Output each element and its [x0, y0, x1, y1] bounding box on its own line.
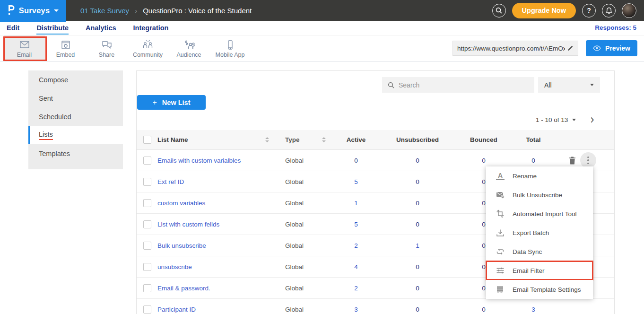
new-list-button[interactable]: + New List: [137, 95, 206, 110]
row-checkbox[interactable]: [143, 305, 151, 314]
mobile-app-icon: [224, 40, 236, 50]
sidebar-item-scheduled[interactable]: Scheduled: [28, 107, 123, 126]
channel-share[interactable]: Share: [86, 35, 127, 61]
sort-type-icon[interactable]: [322, 137, 326, 142]
active-count: 1: [332, 200, 380, 207]
table-row: Participant ID Global 3 0 0 3: [137, 299, 614, 314]
list-type: Global: [285, 157, 304, 164]
list-type: Global: [285, 285, 304, 292]
tab-distribute[interactable]: Distribute: [36, 24, 69, 35]
responses-count[interactable]: Responses: 5: [595, 24, 636, 31]
eye-icon: [593, 45, 601, 51]
next-page-button[interactable]: ›: [590, 114, 598, 125]
list-name-link[interactable]: custom variables: [157, 200, 205, 207]
list-name-link[interactable]: unsubscribe: [157, 263, 192, 270]
page-range-label: 1 - 10 of 13: [536, 116, 568, 123]
channel-mobile-app[interactable]: Mobile App: [209, 35, 251, 61]
sort-list-name-icon[interactable]: [265, 137, 269, 142]
row-checkbox[interactable]: [143, 284, 151, 292]
help-button[interactable]: ?: [582, 4, 596, 17]
menu-item-rename[interactable]: A Rename: [486, 166, 593, 185]
menu-item-bulk-unsubscribe[interactable]: Bulk Unsubscribe: [486, 185, 593, 204]
tab-integration[interactable]: Integration: [133, 24, 169, 34]
tab-edit[interactable]: Edit: [7, 24, 19, 34]
list-name-link[interactable]: List with custom feilds: [157, 221, 219, 228]
menu-item-data-sync[interactable]: Data Sync: [486, 242, 593, 261]
header-type[interactable]: Type: [285, 136, 300, 143]
user-avatar[interactable]: [622, 3, 636, 18]
trash-icon: [569, 157, 576, 165]
channel-community[interactable]: Community: [127, 35, 168, 61]
list-type: Global: [285, 221, 304, 228]
list-search-box: [382, 77, 534, 93]
unsubscribed-count: 0: [380, 157, 455, 164]
list-name-link[interactable]: Email & password.: [157, 285, 210, 292]
upgrade-now-button[interactable]: Upgrade Now: [512, 3, 576, 18]
survey-url-input[interactable]: [457, 45, 565, 52]
product-name: Surveys: [19, 6, 50, 15]
search-button[interactable]: [492, 4, 506, 17]
email-sidebar: Compose Sent Scheduled Lists Templates: [28, 70, 123, 169]
notifications-button[interactable]: [602, 4, 616, 17]
menu-item-email-template-settings[interactable]: Email Template Settings: [486, 280, 593, 299]
channel-label: Share: [99, 52, 114, 58]
menu-item-automated-import-tool[interactable]: Automated Import Tool: [486, 204, 593, 223]
active-count: 3: [332, 306, 380, 313]
bounced-count: 0: [455, 306, 512, 313]
list-type-filter[interactable]: All: [538, 77, 600, 93]
active-count: 5: [332, 178, 380, 185]
sidebar-item-lists[interactable]: Lists: [28, 126, 123, 144]
total-count: 3: [512, 306, 555, 313]
surveys-menu-button[interactable]: Surveys: [0, 0, 66, 21]
breadcrumb-separator: ›: [135, 7, 137, 15]
survey-url-field: [453, 41, 578, 56]
sidebar-item-templates[interactable]: Templates: [28, 144, 123, 163]
row-checkbox[interactable]: [143, 178, 151, 186]
unsubscribed-count: 0: [380, 178, 455, 185]
menu-item-email-filter[interactable]: Email Filter: [486, 261, 593, 280]
preview-button[interactable]: Preview: [586, 40, 637, 56]
menu-item-export-batch[interactable]: Export Batch: [486, 223, 593, 242]
row-checkbox[interactable]: [143, 263, 151, 271]
row-checkbox[interactable]: [143, 220, 151, 228]
channel-embed[interactable]: Embed: [45, 35, 86, 61]
header-list-name[interactable]: List Name: [157, 136, 188, 143]
page-range-dropdown[interactable]: 1 - 10 of 13: [536, 116, 576, 123]
row-checkbox[interactable]: [143, 242, 151, 250]
bell-icon: [606, 7, 612, 14]
filter-value: All: [544, 81, 552, 89]
delete-list-button[interactable]: [567, 155, 578, 166]
list-name-link[interactable]: Participant ID: [157, 306, 196, 313]
header-active: Active: [332, 136, 380, 143]
unsubscribed-count: 0: [380, 285, 455, 292]
export-batch-icon: [496, 229, 505, 237]
list-name-link[interactable]: Emails with custom varialbles: [157, 157, 241, 164]
edit-url-icon[interactable]: [567, 45, 574, 52]
select-all-checkbox[interactable]: [143, 136, 151, 144]
row-checkbox[interactable]: [143, 199, 151, 207]
header-total: Total: [512, 136, 555, 143]
channel-audience[interactable]: Audience: [168, 35, 209, 61]
list-name-link[interactable]: Bulk unsubscribe: [157, 242, 206, 249]
distribute-toolbar: Email Embed Share Community Audience: [0, 35, 644, 61]
unsubscribed-count: 0: [380, 306, 455, 313]
list-name-link[interactable]: Ext ref ID: [157, 178, 184, 185]
pagination: 1 - 10 of 13 ›: [137, 114, 614, 125]
automated-import-icon: [496, 209, 505, 218]
breadcrumb-survey-link[interactable]: 01 Take Survey: [80, 7, 129, 15]
active-count: 2: [332, 285, 380, 292]
survey-url-area: Preview: [453, 35, 644, 61]
email-filter-icon: [496, 267, 505, 274]
tab-analytics[interactable]: Analytics: [86, 24, 116, 34]
search-icon: [388, 82, 394, 88]
row-checkbox[interactable]: [143, 157, 151, 165]
sidebar-item-compose[interactable]: Compose: [28, 70, 123, 89]
preview-label: Preview: [605, 44, 630, 52]
audience-icon: [183, 40, 196, 50]
sidebar-item-sent[interactable]: Sent: [28, 89, 123, 107]
row-menu-button[interactable]: [580, 152, 596, 168]
unsubscribed-count: 0: [380, 200, 455, 207]
channel-email[interactable]: Email: [4, 35, 45, 61]
list-search-input[interactable]: [399, 81, 529, 89]
unsubscribed-count: 1: [380, 242, 455, 249]
